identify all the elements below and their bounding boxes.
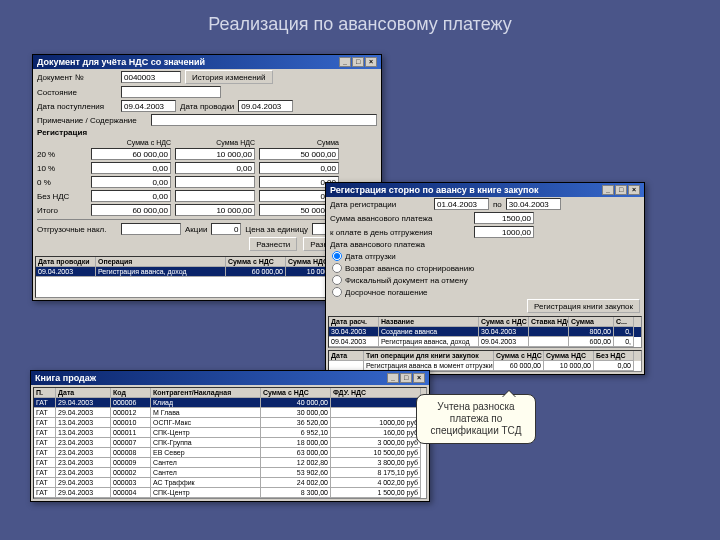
- grid-row[interactable]: 30.04.2003Создание аванса30.04.2003800,0…: [329, 327, 641, 337]
- gh: Дата: [329, 351, 364, 361]
- vat-input[interactable]: 10 000,00: [175, 204, 255, 216]
- doc-no-label: Документ №: [37, 73, 117, 82]
- close-icon[interactable]: ×: [365, 57, 377, 67]
- amount-input[interactable]: 60 000,00: [91, 204, 171, 216]
- date2-input[interactable]: 09.04.2003: [238, 100, 293, 112]
- cell: 09.04.2003: [329, 337, 379, 347]
- sum-label: Сумма авансового платежа: [330, 214, 470, 223]
- cell: 29.04.2003: [56, 398, 111, 408]
- window-title: Книга продаж: [35, 373, 96, 383]
- net-input[interactable]: 50 000,00: [259, 148, 339, 160]
- minimize-icon[interactable]: _: [387, 373, 399, 383]
- sum-input[interactable]: 1500,00: [474, 212, 534, 224]
- status-input[interactable]: [121, 86, 221, 98]
- gh: Тип операции для книги закупок: [364, 351, 494, 361]
- cell: 13.04.2003: [56, 418, 111, 428]
- grid-row[interactable]: ГАТ13.04.2003000011СПК-Центр6 952,10160,…: [34, 428, 426, 438]
- cell: СПК-Группа: [151, 438, 261, 448]
- net-input[interactable]: 0,00: [259, 162, 339, 174]
- minimize-icon[interactable]: _: [339, 57, 351, 67]
- cell: ГАТ: [34, 468, 56, 478]
- register-book-button[interactable]: Регистрация книги закупок: [527, 299, 640, 313]
- cell: 000012: [111, 408, 151, 418]
- vat-input[interactable]: [175, 176, 255, 188]
- gh-sum: Сумма с НДС: [226, 257, 286, 267]
- maximize-icon[interactable]: □: [615, 185, 627, 195]
- cell: 000007: [111, 438, 151, 448]
- gh: Сумма с НДС: [494, 351, 544, 361]
- amount-input[interactable]: 0,00: [91, 190, 171, 202]
- reg-label: Регистрация: [37, 128, 117, 137]
- cell: ГАТ: [34, 398, 56, 408]
- cell: 1000,00 руб: [331, 418, 421, 428]
- grid-row[interactable]: 09.04.2003Регистрация аванса, доход09.04…: [329, 337, 641, 347]
- amount-input[interactable]: 0,00: [91, 176, 171, 188]
- cell: ГАТ: [34, 418, 56, 428]
- cell: 10 000,00: [544, 361, 594, 371]
- amount-input[interactable]: 60 000,00: [91, 148, 171, 160]
- cell: 60 000,00: [494, 361, 544, 371]
- rem-input[interactable]: 1000,00: [474, 226, 534, 238]
- date-range-label: Дата регистрации: [330, 200, 430, 209]
- radio-early-pay[interactable]: [332, 287, 342, 297]
- cell: 000006: [111, 398, 151, 408]
- vat-input[interactable]: 10 000,00: [175, 148, 255, 160]
- grid-row[interactable]: ГАТ23.04.2003000008ЕВ Север63 000,0010 5…: [34, 448, 426, 458]
- maximize-icon[interactable]: □: [352, 57, 364, 67]
- vat-input[interactable]: [175, 190, 255, 202]
- grid-row[interactable]: ГАТ23.04.2003000002Сантел53 902,608 175,…: [34, 468, 426, 478]
- date-to-input[interactable]: 30.04.2003: [506, 198, 561, 210]
- grid-row[interactable]: ГАТ29.04.2003000012М Глава30 000,00: [34, 408, 426, 418]
- amount-input[interactable]: 0,00: [91, 162, 171, 174]
- close-icon[interactable]: ×: [413, 373, 425, 383]
- date1-input[interactable]: 09.04.2003: [121, 100, 176, 112]
- callout-annotation: Учтена разноска платежа по спецификации …: [416, 394, 536, 444]
- cell: 6 952,10: [261, 428, 331, 438]
- cell: 36 520,00: [261, 418, 331, 428]
- apply-button[interactable]: Разнести: [249, 237, 297, 251]
- cell: 1 500,00 руб: [331, 488, 421, 498]
- grid-row[interactable]: ГАТ29.04.2003000006Клиад40 000,00: [34, 398, 426, 408]
- pay-label: Дата авансового платежа: [330, 240, 470, 249]
- grid-row[interactable]: ГАТ29.04.2003000004СПК-Центр8 300,001 50…: [34, 488, 426, 498]
- rate-label: 20 %: [37, 150, 87, 159]
- titlebar[interactable]: Документ для учёта НДС со значений _ □ ×: [33, 55, 381, 69]
- rem-label: к оплате в день отгружения: [330, 228, 470, 237]
- cell: Сантел: [151, 468, 261, 478]
- window-title: Документ для учёта НДС со значений: [37, 57, 205, 67]
- vat-input[interactable]: 0,00: [175, 162, 255, 174]
- cell: 000009: [111, 458, 151, 468]
- radio-ship-date[interactable]: [332, 251, 342, 261]
- radio-fiscal-cancel[interactable]: [332, 275, 342, 285]
- titlebar[interactable]: Регистрация сторно по авансу в книге зак…: [326, 183, 644, 197]
- radio-label: Досрочное погашение: [345, 288, 428, 297]
- doc-no-input[interactable]: 0040003: [121, 71, 181, 83]
- cell: 0,: [614, 327, 634, 337]
- minimize-icon[interactable]: _: [602, 185, 614, 195]
- radio-storno-return[interactable]: [332, 263, 342, 273]
- grid-row[interactable]: ГАТ29.04.2003000003АС Траффик24 002,004 …: [34, 478, 426, 488]
- titlebar[interactable]: Книга продаж _ □ ×: [31, 371, 429, 385]
- ship-input[interactable]: [121, 223, 181, 235]
- cell: 24 002,00: [261, 478, 331, 488]
- grid-row[interactable]: ГАТ23.04.2003000007СПК-Группа18 000,003 …: [34, 438, 426, 448]
- close-icon[interactable]: ×: [628, 185, 640, 195]
- date-from-input[interactable]: 01.04.2003: [434, 198, 489, 210]
- cell: 4 002,00 руб: [331, 478, 421, 488]
- cell: ГАТ: [34, 408, 56, 418]
- cell: Клиад: [151, 398, 261, 408]
- cell: Сантел: [151, 458, 261, 468]
- history-button[interactable]: История изменений: [185, 70, 273, 84]
- grid-row[interactable]: ГАТ13.04.2003000010ОСПГ-Макс36 520,00100…: [34, 418, 426, 428]
- gh: С...: [614, 317, 634, 327]
- qty-input[interactable]: 0: [211, 223, 241, 235]
- cell: 09.04.2003: [479, 337, 529, 347]
- cell: СПК-Центр: [151, 488, 261, 498]
- cell: 30.04.2003: [479, 327, 529, 337]
- maximize-icon[interactable]: □: [400, 373, 412, 383]
- cell: 600,00: [569, 337, 614, 347]
- cell: СПК-Центр: [151, 428, 261, 438]
- gh: Дата расч.: [329, 317, 379, 327]
- grid-row[interactable]: ГАТ23.04.2003000009Сантел12 002,803 800,…: [34, 458, 426, 468]
- desc-input[interactable]: [151, 114, 377, 126]
